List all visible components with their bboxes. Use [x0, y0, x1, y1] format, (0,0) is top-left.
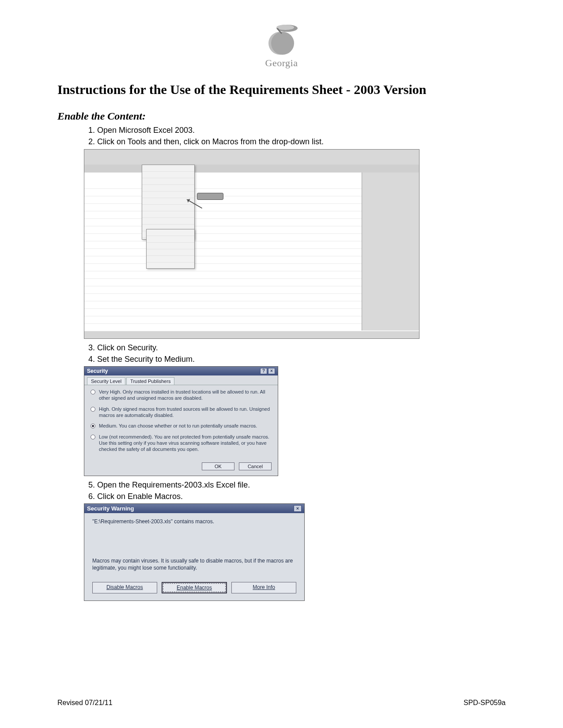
security-warning-screenshot: Security Warning × "E:\Requirements-Shee…: [84, 503, 506, 601]
page-title: Instructions for the Use of the Requirem…: [57, 82, 506, 97]
warning-message-file: "E:\Requirements-Sheet-2003.xls" contain…: [92, 518, 296, 525]
step-5: Open the Requirements-2003.xls Excel fil…: [97, 480, 506, 490]
instruction-list: Open Microsoft Excel 2003. Click on Tool…: [97, 125, 506, 147]
radio-icon-selected: [91, 424, 95, 428]
tab-security-level: Security Level: [87, 377, 125, 385]
svg-point-1: [276, 25, 294, 30]
cancel-button: Cancel: [239, 462, 272, 470]
section-heading: Enable the Content:: [57, 110, 506, 122]
more-info-button: More Info: [231, 582, 296, 593]
step-3: Click on Security.: [97, 342, 506, 353]
security-dialog-title: Security: [87, 368, 108, 374]
georgia-peach-icon: [260, 22, 304, 56]
excel-screenshot: [84, 149, 506, 339]
security-option-low: Low (not recommended). You are not prote…: [91, 434, 272, 453]
step-1: Open Microsoft Excel 2003.: [97, 125, 506, 135]
radio-icon: [91, 390, 95, 394]
warning-dialog-title: Security Warning: [87, 505, 134, 512]
radio-icon: [91, 407, 95, 412]
header-logo: Georgia: [57, 22, 506, 69]
help-icon: ?: [260, 368, 267, 374]
svg-point-3: [271, 32, 294, 55]
step-4: Set the Security to Medium.: [97, 354, 506, 364]
instruction-list-cont-2: Open the Requirements-2003.xls Excel fil…: [97, 480, 506, 502]
close-icon: ×: [268, 368, 275, 374]
step-2: Click on Tools and then, click on Macros…: [97, 136, 506, 147]
instruction-list-cont-1: Click on Security. Set the Security to M…: [97, 342, 506, 365]
security-option-medium: Medium. You can choose whether or not to…: [91, 423, 272, 429]
radio-icon: [91, 435, 95, 439]
warning-message-detail: Macros may contain viruses. It is usuall…: [92, 557, 296, 571]
ok-button: OK: [202, 462, 234, 470]
step-6: Click on Enable Macros.: [97, 491, 506, 502]
close-icon: ×: [294, 505, 302, 512]
tab-trusted-publishers: Trusted Publishers: [126, 377, 174, 385]
security-option-very-high: Very High. Only macros installed in trus…: [91, 389, 272, 402]
security-dialog-titlebar: Security ? ×: [84, 367, 278, 375]
disable-macros-button: Disable Macros: [92, 582, 157, 593]
security-option-high: High. Only signed macros from trusted so…: [91, 406, 272, 419]
warning-dialog-titlebar: Security Warning ×: [84, 504, 304, 513]
enable-macros-button: Enable Macros: [162, 582, 227, 593]
footer-revised: Revised 07/21/11: [57, 699, 113, 707]
logo-caption: Georgia: [265, 57, 298, 69]
security-dialog-screenshot: Security ? × Security Level Trusted Publ…: [84, 366, 506, 476]
footer-doc-id: SPD-SP059a: [464, 699, 506, 707]
page-footer: Revised 07/21/11 SPD-SP059a: [57, 699, 506, 707]
